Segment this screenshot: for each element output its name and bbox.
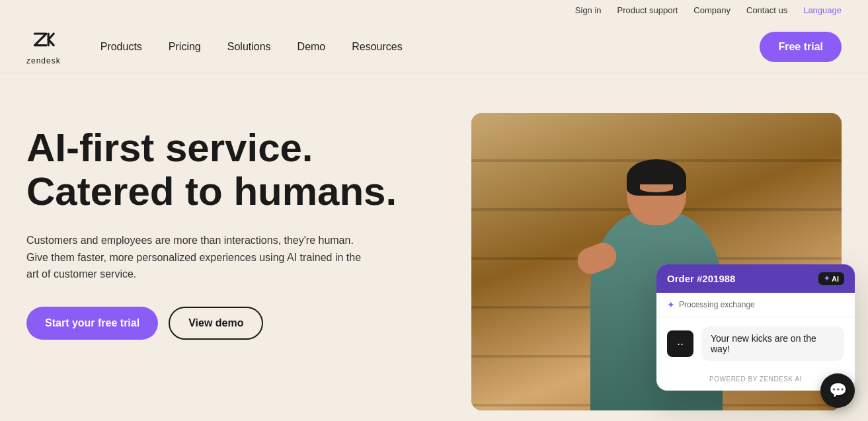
processing-icon: ✦ (667, 299, 675, 310)
hero-section: AI-first service. Catered to humans. Cus… (0, 73, 868, 421)
language-link[interactable]: Language (803, 5, 842, 15)
chat-float-icon: 💬 (829, 382, 847, 399)
top-bar: Sign in Product support Company Contact … (0, 0, 868, 20)
ai-label: AI (832, 275, 839, 283)
hero-subtitle: Customers and employees are more than in… (26, 232, 370, 283)
view-demo-button[interactable]: View demo (169, 307, 263, 340)
nav-products[interactable]: Products (100, 41, 142, 53)
logo[interactable]: zendesk (26, 28, 61, 65)
hero-left: AI-first service. Catered to humans. Cus… (26, 113, 432, 340)
chat-float-button[interactable]: 💬 (820, 373, 855, 408)
ai-star-icon: ✦ (824, 274, 830, 283)
ai-badge: ✦ AI (818, 272, 844, 285)
nav-solutions[interactable]: Solutions (227, 41, 271, 53)
chat-bubble: Your new kicks are on the way! (701, 326, 844, 361)
contact-link[interactable]: Contact us (746, 5, 787, 15)
signin-link[interactable]: Sign in (575, 5, 602, 15)
processing-text: Processing exchange (679, 300, 755, 309)
start-trial-button[interactable]: Start your free trial (26, 307, 158, 340)
nav-pricing[interactable]: Pricing (169, 41, 201, 53)
hero-buttons: Start your free trial View demo (26, 307, 432, 340)
logo-text: zendesk (26, 56, 61, 65)
chat-avatar: ·· (667, 330, 693, 357)
zendesk-logo-icon (30, 28, 57, 55)
hero-title: AI-first service. Catered to humans. (26, 126, 432, 213)
chat-message: ·· Your new kicks are on the way! (656, 317, 855, 370)
free-trial-button[interactable]: Free trial (760, 32, 842, 62)
company-link[interactable]: Company (693, 5, 730, 15)
hero-right: Order #201988 ✦ AI ✦ Processing exchange… (471, 113, 842, 410)
chat-widget: Order #201988 ✦ AI ✦ Processing exchange… (656, 264, 855, 391)
chat-status: ✦ Processing exchange (656, 293, 855, 317)
nav-links: Products Pricing Solutions Demo Resource… (100, 41, 760, 53)
chat-order-label: Order #201988 (667, 273, 735, 284)
nav-resources[interactable]: Resources (352, 41, 402, 53)
chat-header: Order #201988 ✦ AI (656, 264, 855, 293)
product-support-link[interactable]: Product support (617, 5, 678, 15)
nav-demo[interactable]: Demo (297, 41, 326, 53)
main-nav: zendesk Products Pricing Solutions Demo … (0, 20, 868, 73)
avatar-icon: ·· (677, 337, 684, 351)
